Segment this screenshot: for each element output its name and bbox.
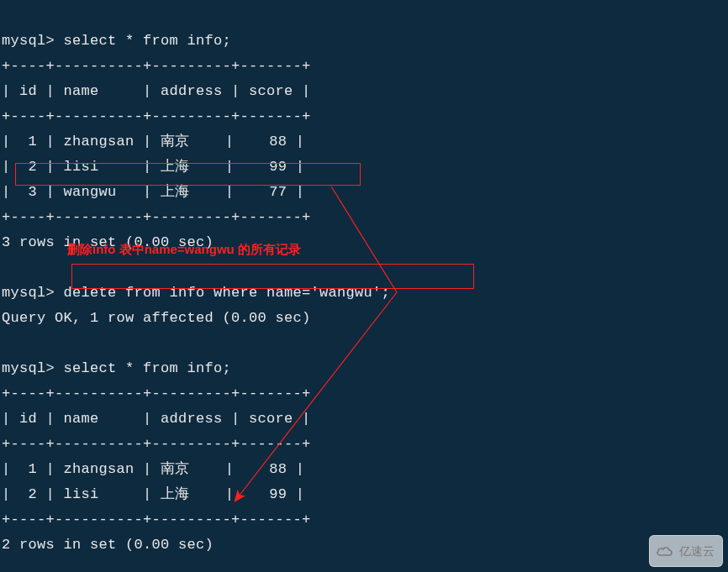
table-border: +----+----------+---------+-------+ [2, 209, 311, 225]
prompt: mysql> [2, 360, 55, 376]
highlight-box-wangwu-row [15, 163, 361, 186]
prompt: mysql> [2, 285, 55, 301]
cloud-icon [656, 545, 674, 557]
highlight-box-delete-query [71, 264, 474, 289]
watermark: 亿速云 [649, 535, 723, 567]
table-row: | 2 | lisi | 上海 | 99 | [2, 486, 304, 502]
sql-query-3: select * from info; [64, 360, 232, 376]
table-border: +----+----------+---------+-------+ [2, 386, 311, 401]
table-border: +----+----------+---------+-------+ [2, 58, 311, 74]
prompt: mysql> [2, 33, 55, 49]
affected-rows: Query OK, 1 row affected (0.00 sec) [2, 310, 311, 326]
table-border: +----+----------+---------+-------+ [2, 436, 311, 452]
table-row: | 1 | zhangsan | 南京 | 88 | [2, 461, 304, 477]
result-summary: 2 rows in set (0.00 sec) [2, 537, 214, 553]
table-border: +----+----------+---------+-------+ [2, 512, 311, 527]
table-header: | id | name | address | score | [2, 83, 311, 99]
table-row: | 3 | wangwu | 上海 | 77 | [2, 184, 304, 200]
watermark-text: 亿速云 [679, 538, 715, 564]
table-border: +----+----------+---------+-------+ [2, 108, 311, 124]
table-row: | 1 | zhangsan | 南京 | 88 | [2, 134, 304, 150]
annotation-text: 删除info 表中name=wangwu 的所有记录 [67, 237, 301, 262]
sql-query-1: select * from info; [64, 33, 232, 49]
table-header: | id | name | address | score | [2, 411, 311, 427]
